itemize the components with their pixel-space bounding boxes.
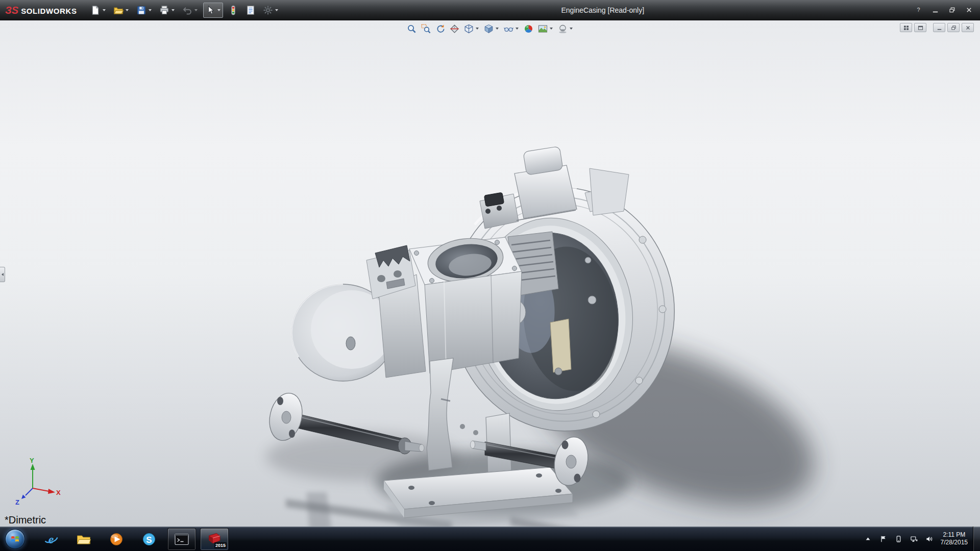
removable-device-button[interactable] xyxy=(893,530,905,547)
open-button[interactable] xyxy=(111,3,131,18)
doc-viewport-layout-button[interactable] xyxy=(900,23,912,32)
restore-button[interactable] xyxy=(945,5,959,15)
file-properties-button[interactable] xyxy=(243,3,258,18)
new-document-dropdown-arrow[interactable] xyxy=(103,9,106,11)
edit-appearance-icon xyxy=(524,24,533,34)
view-orientation-dropdown-arrow[interactable] xyxy=(476,28,479,30)
media-player-taskbar-button[interactable] xyxy=(102,528,131,550)
doc-restore-button[interactable] xyxy=(947,23,960,32)
open-dropdown-arrow[interactable] xyxy=(126,9,129,11)
view-orientation-button[interactable] xyxy=(462,22,481,35)
feature-panel-splitter-tab[interactable] xyxy=(0,267,5,282)
save-dropdown-arrow[interactable] xyxy=(149,9,152,11)
undo-button[interactable] xyxy=(180,3,200,18)
window-title: EngineCasing [Read-only] xyxy=(561,6,644,14)
volume-icon xyxy=(925,535,933,543)
clock-time: 2:11 PM xyxy=(941,531,968,539)
options-icon xyxy=(263,5,273,15)
apply-scene-button[interactable] xyxy=(536,22,555,35)
taskbar-apps: eS2015 xyxy=(37,528,229,550)
solidworks-window: ЗS SOLIDWORKS EngineCasing [Read-only] ? xyxy=(0,0,980,551)
previous-view-icon xyxy=(435,24,445,34)
taskbar-clock[interactable]: 2:11 PM 7/28/2015 xyxy=(938,531,973,546)
zoom-to-fit-button[interactable] xyxy=(405,22,418,35)
media-player-icon xyxy=(108,531,125,547)
new-document-button[interactable] xyxy=(88,3,108,18)
command-prompt-taskbar-button[interactable] xyxy=(167,528,196,550)
previous-view-button[interactable] xyxy=(434,22,447,35)
hide-show-items-button[interactable] xyxy=(502,22,521,35)
rebuild-icon xyxy=(228,5,238,15)
graphics-viewport[interactable]: Y X Z *Dimetric xyxy=(0,20,980,527)
options-dropdown-arrow[interactable] xyxy=(275,9,278,11)
section-view-icon xyxy=(450,24,459,34)
show-hidden-icons-icon xyxy=(864,535,872,543)
clock-date: 7/28/2015 xyxy=(941,539,968,546)
hide-show-items-dropdown-arrow[interactable] xyxy=(516,28,519,30)
window-controls: ? xyxy=(911,5,976,15)
zoom-to-area-button[interactable] xyxy=(420,22,432,35)
print-button[interactable] xyxy=(157,3,177,18)
section-view-button[interactable] xyxy=(448,22,461,35)
doc-close-button[interactable] xyxy=(962,23,974,32)
system-tray xyxy=(862,530,936,547)
network-button[interactable] xyxy=(908,530,920,547)
triad-z-label: Z xyxy=(15,498,19,506)
show-hidden-icons-button[interactable] xyxy=(862,530,874,547)
minimize-button[interactable] xyxy=(928,5,942,15)
solidworks-2015-badge: 2015 xyxy=(214,542,227,548)
zoom-to-area-icon xyxy=(421,24,431,34)
print-dropdown-arrow[interactable] xyxy=(172,9,175,11)
options-button[interactable] xyxy=(261,3,281,18)
start-orb xyxy=(5,529,25,549)
doc-new-window-icon xyxy=(917,24,924,31)
internet-explorer-icon: e xyxy=(43,531,59,547)
show-desktop-button[interactable] xyxy=(973,527,980,551)
doc-new-window-button[interactable] xyxy=(914,23,926,32)
open-icon xyxy=(113,5,124,15)
print-icon xyxy=(159,5,169,15)
apply-scene-dropdown-arrow[interactable] xyxy=(550,28,553,30)
edit-appearance-button[interactable] xyxy=(522,22,535,35)
doc-restore-icon xyxy=(950,24,957,31)
restore-icon xyxy=(948,6,956,14)
windows-flag-icon xyxy=(10,534,20,544)
doc-minimize-button[interactable] xyxy=(933,23,945,32)
select-icon xyxy=(205,5,215,15)
view-settings-dropdown-arrow[interactable] xyxy=(570,28,573,30)
volume-button[interactable] xyxy=(923,530,936,547)
titlebar: ЗS SOLIDWORKS EngineCasing [Read-only] ? xyxy=(0,0,980,20)
triad-y-label: Y xyxy=(30,458,34,464)
select-dropdown-arrow[interactable] xyxy=(217,9,220,11)
hide-show-items-icon xyxy=(504,24,513,34)
view-settings-button[interactable] xyxy=(556,22,575,35)
help-button[interactable]: ? xyxy=(911,5,925,15)
command-prompt-icon xyxy=(174,531,190,547)
select-button[interactable] xyxy=(203,3,223,18)
solidworks-logo: ЗS SOLIDWORKS xyxy=(5,5,85,15)
doc-minimize-icon xyxy=(936,24,943,31)
windows-explorer-taskbar-button[interactable] xyxy=(69,528,98,550)
network-icon xyxy=(910,535,918,543)
save-button[interactable] xyxy=(134,3,154,18)
action-center-button[interactable] xyxy=(877,530,890,547)
file-properties-icon xyxy=(246,5,256,15)
help-icon: ? xyxy=(915,6,922,14)
brand-name: SOLIDWORKS xyxy=(21,7,77,15)
internet-explorer-taskbar-button[interactable]: e xyxy=(37,528,65,550)
display-style-button[interactable] xyxy=(482,22,501,35)
solidworks-2015-taskbar-button[interactable]: 2015 xyxy=(200,528,229,550)
doc-viewport-layout-icon xyxy=(903,24,910,31)
display-style-icon xyxy=(484,24,494,34)
display-style-dropdown-arrow[interactable] xyxy=(496,28,499,30)
undo-dropdown-arrow[interactable] xyxy=(194,9,198,11)
start-button[interactable] xyxy=(0,527,30,551)
close-button[interactable] xyxy=(962,5,976,15)
view-orientation-label: *Dimetric xyxy=(5,514,46,526)
svg-text:?: ? xyxy=(917,7,920,13)
skype-taskbar-button[interactable]: S xyxy=(135,528,163,550)
close-icon xyxy=(965,6,973,14)
rebuild-button[interactable] xyxy=(226,3,240,18)
quick-access-toolbar xyxy=(88,3,281,18)
viewport-canvas[interactable] xyxy=(0,20,980,527)
